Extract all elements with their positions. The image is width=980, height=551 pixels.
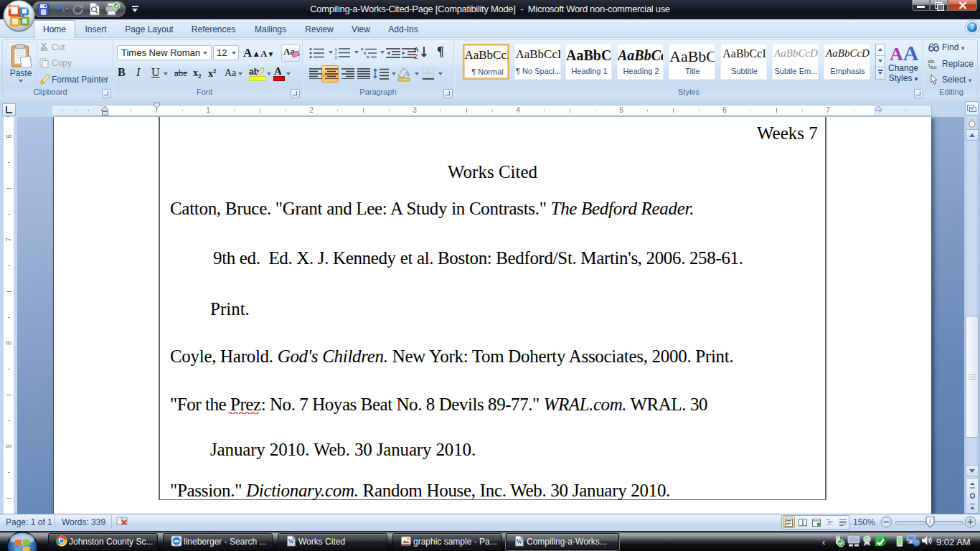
svg-text:W: W: [517, 539, 522, 545]
svg-text:3: 3: [335, 55, 337, 60]
svg-text:Z: Z: [414, 53, 418, 60]
svg-text:W: W: [288, 539, 294, 545]
svg-text:ac: ac: [930, 64, 937, 69]
svg-text:A: A: [414, 46, 419, 53]
